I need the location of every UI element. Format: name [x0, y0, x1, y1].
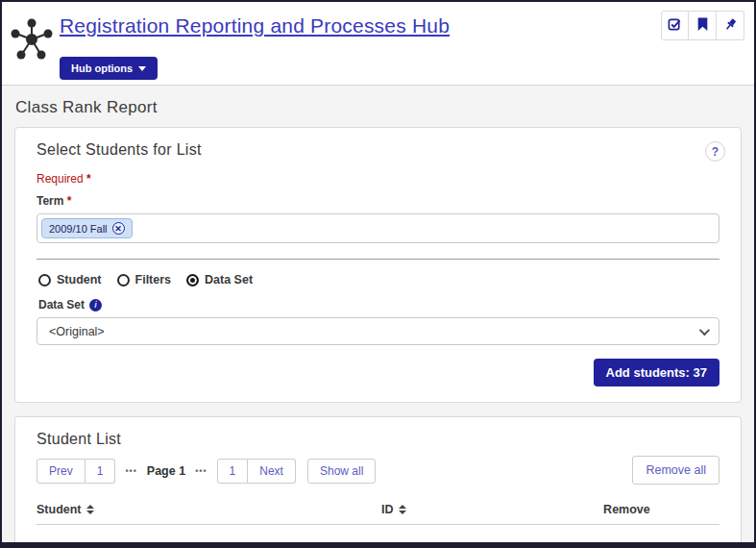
- student-list-title: Student List: [37, 431, 719, 448]
- data-set-label: Data Set: [38, 298, 85, 311]
- hub-title-link[interactable]: Registration Reporting and Processes Hub: [60, 14, 450, 37]
- section-divider: [37, 259, 719, 260]
- next-button[interactable]: Next: [248, 459, 296, 484]
- page-status: Page 1: [147, 464, 185, 478]
- radio-circle-icon: [38, 274, 51, 286]
- select-panel-title: Select Students for List: [37, 141, 719, 159]
- radio-circle-icon: [117, 274, 130, 286]
- hub-options-button[interactable]: Hub options: [60, 57, 158, 80]
- bookmark-icon: [696, 17, 709, 35]
- term-tag: 2009/10 Fall ✕: [41, 218, 133, 238]
- page-content: Class Rank Report Select Students for Li…: [2, 85, 754, 542]
- required-asterisk: *: [86, 172, 91, 186]
- radio-data-set[interactable]: Data Set: [186, 273, 253, 286]
- radio-filters[interactable]: Filters: [117, 273, 172, 286]
- term-asterisk: *: [67, 194, 72, 208]
- tasks-button[interactable]: [661, 11, 689, 40]
- column-remove: Remove: [603, 503, 719, 516]
- show-all-button[interactable]: Show all: [307, 459, 376, 484]
- pushpin-icon: [723, 17, 738, 35]
- select-students-panel: Select Students for List ? Required * Te…: [14, 127, 742, 403]
- prev-group: Prev 1: [37, 459, 115, 484]
- prev-button[interactable]: Prev: [37, 459, 85, 484]
- ellipsis-left: •••: [125, 466, 136, 476]
- term-label: Term *: [37, 194, 719, 208]
- check-square-icon: [668, 17, 682, 35]
- student-list-panel: Student List Prev 1 ••• Page 1 ••• 1 Nex…: [14, 416, 742, 542]
- ellipsis-right: •••: [195, 466, 207, 476]
- column-student[interactable]: Student: [37, 503, 381, 516]
- info-icon[interactable]: i: [89, 299, 102, 311]
- radio-student[interactable]: Student: [38, 273, 102, 286]
- term-input[interactable]: 2009/10 Fall ✕: [37, 213, 719, 243]
- sort-icon: [399, 505, 406, 514]
- add-students-button[interactable]: Add students: 37: [594, 359, 719, 386]
- page-1-left-button[interactable]: 1: [85, 459, 116, 484]
- bookmark-button[interactable]: [689, 11, 717, 40]
- page-1-right-button[interactable]: 1: [217, 459, 249, 484]
- next-group: 1 Next: [217, 459, 296, 484]
- pin-button[interactable]: [717, 11, 744, 40]
- show-all-wrap: Show all: [307, 459, 376, 484]
- column-id[interactable]: ID: [381, 503, 603, 516]
- question-mark-icon: ?: [712, 145, 719, 159]
- radio-circle-selected-icon: [186, 274, 199, 286]
- help-button[interactable]: ?: [705, 141, 725, 162]
- required-label: Required *: [37, 172, 719, 186]
- caret-down-icon: [138, 66, 146, 71]
- hub-options-label: Hub options: [71, 62, 133, 74]
- sort-icon: [86, 505, 94, 514]
- app-window: Registration Reporting and Processes Hub…: [0, 0, 756, 548]
- app-header: Registration Reporting and Processes Hub…: [2, 2, 754, 85]
- add-students-row: Add students: 37: [37, 359, 719, 386]
- data-set-label-row: Data Set i: [38, 298, 719, 311]
- hub-logo-icon: [10, 15, 54, 67]
- pagination-bar: Prev 1 ••• Page 1 ••• 1 Next Show all Re…: [37, 459, 719, 484]
- selection-mode-radios: Student Filters Data Set: [38, 273, 719, 286]
- remove-all-button[interactable]: Remove all: [632, 456, 719, 485]
- header-action-group: [661, 11, 744, 40]
- student-table-header: Student ID Remove: [37, 503, 719, 525]
- term-tag-label: 2009/10 Fall: [49, 223, 108, 235]
- chevron-down-icon: [699, 324, 710, 335]
- remove-term-icon[interactable]: ✕: [112, 222, 125, 235]
- data-set-selected-value: <Original>: [49, 325, 105, 338]
- page-title: Class Rank Report: [15, 98, 742, 117]
- data-set-select[interactable]: <Original>: [37, 317, 719, 345]
